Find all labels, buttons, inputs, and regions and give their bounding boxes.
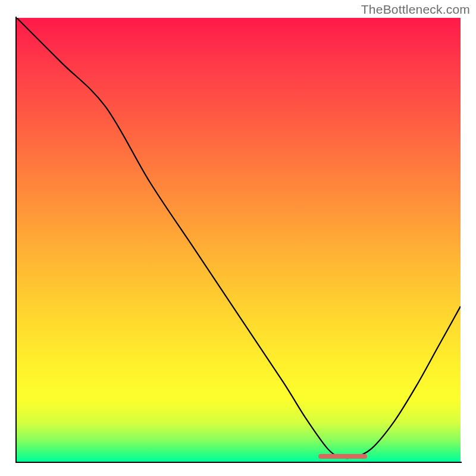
optimal-marker-band: [318, 454, 367, 459]
watermark-text: TheBottleneck.com: [361, 2, 470, 17]
curve-svg: [17, 18, 461, 462]
plot-area: [17, 18, 461, 462]
x-axis-line: [15, 462, 462, 463]
bottleneck-curve-path: [17, 18, 461, 458]
